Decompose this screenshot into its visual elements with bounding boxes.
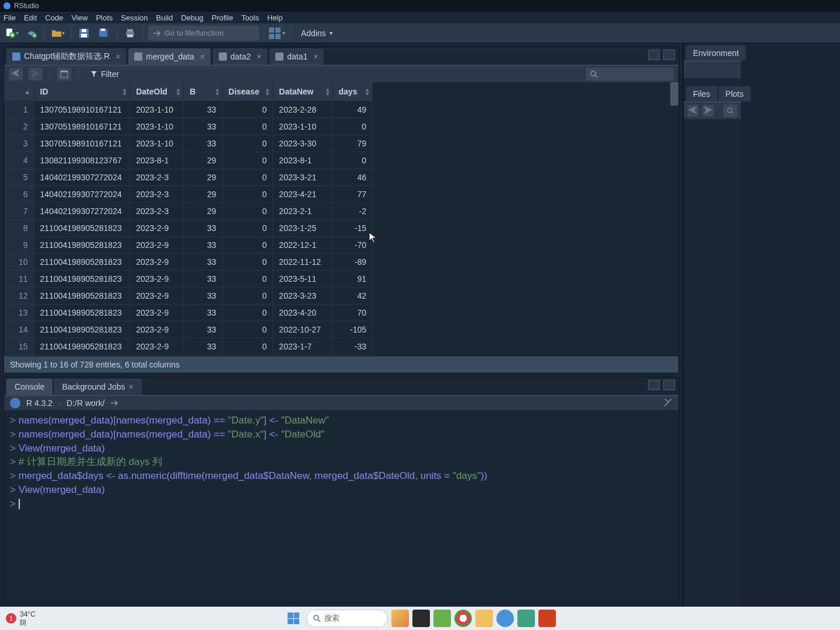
table-row[interactable]: 51404021993072720242023-2-32902023-3-214… [4, 169, 373, 186]
goto-wd-icon[interactable] [110, 399, 118, 407]
tab-data2[interactable]: data2× [213, 48, 267, 65]
new-project-button[interactable] [23, 26, 40, 41]
go-to-file-input[interactable]: Go to file/function [148, 26, 259, 41]
table-row[interactable]: 92110041989052818232023-2-93302022-12-1-… [4, 237, 373, 254]
maximize-pane-button[interactable] [663, 50, 675, 60]
table-row[interactable]: 82110041989052818232023-2-93302023-1-25-… [4, 220, 373, 237]
main-toolbar: ▾ ▾ Go to file/function ▾ Addins▾ [0, 23, 840, 43]
column-header[interactable]: ID▴▾ [34, 82, 130, 102]
menu-edit[interactable]: Edit [24, 13, 37, 22]
taskbar-app-3[interactable] [433, 610, 451, 627]
table-row[interactable]: 142110041989052818232023-2-93302022-10-2… [4, 321, 373, 338]
data-table-viewport[interactable]: ▲ID▴▾DateOld▴▾B▴▾Disease▴▾DataNew▴▾days▴… [4, 82, 678, 356]
svg-rect-9 [127, 29, 133, 32]
data-viewer-toolbar: ⮜ ⮞ Filter [4, 65, 678, 82]
show-in-window-button[interactable] [57, 68, 71, 80]
close-icon[interactable]: × [116, 52, 120, 61]
table-row[interactable]: 71404021993072720242023-2-32902023-2-1-2 [4, 203, 373, 220]
tab-files[interactable]: Files [686, 86, 718, 102]
back-button[interactable]: ⮜ [9, 68, 23, 80]
table-row[interactable]: 31307051989101671212023-1-103302023-3-30… [4, 135, 373, 152]
plot-forward-button[interactable]: ⮞ [702, 105, 714, 117]
table-row[interactable]: 102110041989052818232023-2-93302022-11-1… [4, 254, 373, 271]
column-header[interactable]: days▴▾ [332, 82, 372, 102]
taskbar-chrome[interactable] [454, 610, 472, 627]
table-row[interactable]: 41308211993081237672023-8-12902023-8-10 [4, 152, 373, 169]
menu-view[interactable]: View [71, 13, 88, 22]
forward-button[interactable]: ⮞ [29, 68, 43, 80]
column-header[interactable]: ▲ [4, 82, 34, 102]
windows-taskbar: 1 34°C 阴 搜索 [0, 607, 840, 630]
table-row[interactable]: 132110041989052818232023-2-93302023-4-20… [4, 304, 373, 321]
taskbar-app-2[interactable] [412, 610, 430, 627]
tab-environment[interactable]: Environment [686, 46, 746, 61]
console-output[interactable]: > names(merged_data)[names(merged_data) … [4, 410, 678, 603]
close-icon[interactable]: × [129, 382, 134, 391]
svg-point-15 [727, 108, 732, 113]
addins-dropdown[interactable]: Addins▾ [301, 29, 332, 38]
menu-profile[interactable]: Profile [212, 13, 233, 22]
minimize-pane-button[interactable] [648, 380, 660, 390]
vertical-scrollbar[interactable] [670, 82, 678, 106]
print-button[interactable] [122, 26, 138, 41]
plot-back-button[interactable]: ⮜ [687, 105, 699, 117]
table-row[interactable]: 11307051989101671212023-1-103302023-2-28… [4, 102, 373, 118]
column-header[interactable]: DataNew▴▾ [273, 82, 332, 102]
svg-rect-13 [61, 71, 68, 72]
save-button[interactable] [76, 26, 92, 41]
clear-console-button[interactable] [663, 398, 673, 409]
menu-help[interactable]: Help [267, 13, 283, 22]
maximize-pane-button[interactable] [663, 380, 675, 390]
app-title: RStudio [14, 2, 39, 10]
close-icon[interactable]: × [313, 52, 318, 61]
data-frame-icon [219, 52, 227, 61]
console-info-bar: R 4.3.2 · D:/R work/ [4, 395, 678, 410]
menu-build[interactable]: Build [156, 13, 173, 22]
tab-background-jobs[interactable]: Background Jobs× [54, 379, 141, 395]
tab-merged-data[interactable]: merged_data× [128, 48, 211, 65]
taskbar-app-4[interactable] [517, 610, 535, 627]
save-all-button[interactable] [96, 26, 112, 41]
taskbar-powerpoint[interactable] [538, 610, 556, 627]
workspace-panes-button[interactable]: ▾ [269, 26, 285, 41]
menu-session[interactable]: Session [121, 13, 148, 22]
taskbar-app-1[interactable] [391, 610, 409, 627]
svg-rect-5 [81, 34, 87, 37]
column-header[interactable]: Disease▴▾ [222, 82, 273, 102]
table-row[interactable]: 122110041989052818232023-2-93302023-3-23… [4, 288, 373, 304]
menu-debug[interactable]: Debug [181, 13, 203, 22]
minimize-pane-button[interactable] [648, 50, 660, 60]
data-frame-icon [134, 52, 142, 61]
search-input[interactable] [586, 68, 674, 80]
working-directory[interactable]: D:/R work/ [66, 398, 104, 408]
menu-code[interactable]: Code [45, 13, 63, 22]
menu-tools[interactable]: Tools [242, 13, 259, 22]
close-icon[interactable]: × [200, 52, 205, 61]
taskbar-explorer[interactable] [475, 610, 493, 627]
table-row[interactable]: 152110041989052818232023-2-93302023-1-7-… [4, 338, 373, 355]
new-file-button[interactable]: ▾ [4, 26, 20, 41]
table-row[interactable]: 162110041989052818232023-2-93302023-2-23… [4, 355, 373, 357]
menu-plots[interactable]: Plots [96, 13, 113, 22]
tab-data1[interactable]: data1× [270, 48, 324, 65]
tab-plots[interactable]: Plots [719, 86, 751, 102]
titlebar: RStudio [0, 0, 840, 12]
table-row[interactable]: 112110041989052818232023-2-93302023-5-11… [4, 271, 373, 288]
weather-widget[interactable]: 1 34°C 阴 [6, 610, 36, 627]
tab-script[interactable]: Chatgpt辅助数据筛选.R× [6, 48, 126, 65]
open-file-button[interactable]: ▾ [50, 26, 66, 41]
column-header[interactable]: B▴▾ [184, 82, 222, 102]
start-button[interactable] [284, 609, 303, 628]
zoom-button[interactable] [723, 104, 737, 117]
table-row[interactable]: 61404021993072720242023-2-32902023-4-217… [4, 186, 373, 203]
weather-alert-icon: 1 [6, 613, 16, 624]
close-icon[interactable]: × [257, 52, 261, 61]
filter-button[interactable]: Filter [86, 68, 124, 80]
menu-file[interactable]: File [4, 13, 16, 22]
table-row[interactable]: 21307051989101671212023-1-103302023-1-10… [4, 118, 373, 135]
taskbar-rstudio[interactable] [496, 610, 514, 627]
tab-console[interactable]: Console [6, 379, 52, 395]
taskbar-search[interactable]: 搜索 [306, 610, 388, 627]
right-pane: Environment Files Plots ⮜ ⮞ [682, 43, 741, 607]
column-header[interactable]: DateOld▴▾ [130, 82, 184, 102]
